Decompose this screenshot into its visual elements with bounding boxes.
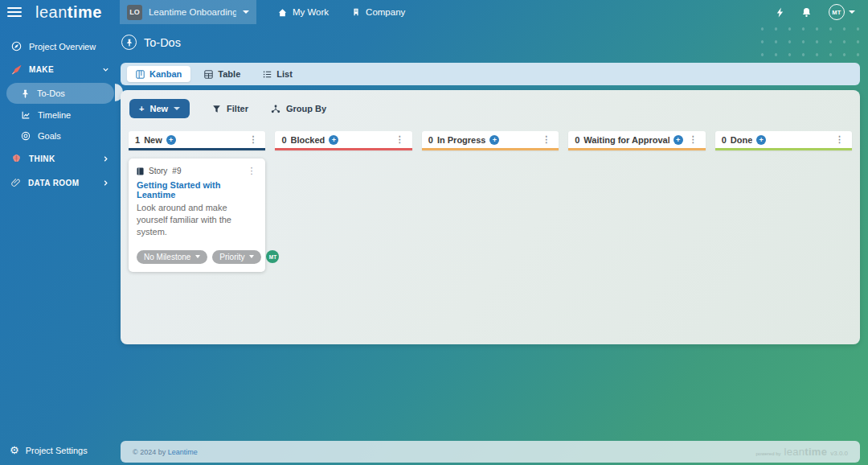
chevron-right-icon [102, 155, 109, 163]
sidebar-item-goals[interactable]: Goals [0, 126, 121, 146]
footer-brand: powered by leantime v3.0.0 [755, 446, 848, 458]
story-icon [137, 167, 144, 175]
dart-icon [11, 64, 22, 75]
sidebar-item-timeline[interactable]: Timeline [0, 105, 121, 126]
column-menu-icon[interactable]: ⋮ [833, 134, 845, 145]
powered-by-label: powered by [755, 451, 780, 456]
assignee-avatar[interactable]: MT [266, 250, 279, 263]
board-toolbar: + New Filter Group By [121, 90, 860, 126]
column-menu-icon[interactable]: ⋮ [540, 134, 552, 145]
list-icon [263, 70, 272, 79]
caret-down-icon [849, 10, 855, 14]
card-type: Story [149, 167, 167, 175]
company-link[interactable]: Company [342, 7, 415, 17]
paperclip-icon [11, 178, 21, 187]
timeline-chart-icon [21, 110, 31, 120]
kanban-column-done: 0 Done + ⋮ [715, 131, 852, 150]
column-label: Done [731, 135, 753, 145]
milestone-dropdown[interactable]: No Milestone [137, 250, 207, 264]
topbar-nav: My Work Company [268, 7, 415, 18]
project-badge: LO [127, 5, 142, 20]
column-header: 0 Done + ⋮ [715, 131, 852, 150]
filter-button[interactable]: Filter [212, 104, 248, 113]
page-title: To-Dos [144, 36, 181, 49]
company-icon [351, 7, 361, 17]
sidebar-section-make[interactable]: MAKE [0, 57, 121, 82]
sidebar-item-todos[interactable]: To-Dos [6, 83, 114, 104]
kanban-column-waiting-for-approval: 0 Waiting for Approval + ⋮ [568, 131, 705, 150]
plus-icon: + [139, 104, 144, 113]
filter-funnel-icon [212, 105, 221, 113]
column-header: 0 Blocked + ⋮ [275, 131, 411, 150]
column-menu-icon[interactable]: ⋮ [687, 134, 699, 145]
kanban-icon [136, 70, 145, 79]
thumbtack-circle-icon [121, 35, 137, 50]
caret-down-icon [195, 255, 200, 258]
priority-dropdown[interactable]: Priority [212, 250, 261, 264]
add-todo-icon[interactable]: + [756, 135, 766, 145]
menu-icon[interactable] [7, 5, 22, 19]
column-label: Waiting for Approval [583, 135, 669, 145]
column-menu-icon[interactable]: ⋮ [247, 134, 259, 145]
column-header: 0 Waiting for Approval + ⋮ [568, 131, 705, 150]
sidebar-section-data-room[interactable]: DATA ROOM [0, 171, 121, 195]
sidebar-item-project-overview[interactable]: Project Overview [0, 35, 121, 57]
quick-actions-icon[interactable] [776, 7, 784, 18]
add-todo-icon[interactable]: + [166, 135, 176, 145]
add-todo-icon[interactable]: + [489, 135, 499, 145]
column-label: Blocked [291, 135, 326, 145]
my-work-icon [277, 7, 288, 18]
column-header: 1 New + ⋮ [129, 131, 265, 150]
project-name: Leantime Onboarding [149, 7, 236, 17]
card-description: Look around and make yourself familiar w… [137, 202, 257, 238]
page-header: To-Dos [121, 24, 868, 50]
project-selector[interactable]: LO Leantime Onboarding [120, 0, 256, 24]
topbar: leantime LO Leantime Onboarding My Work … [0, 0, 868, 24]
card-menu-icon[interactable]: ⋮ [245, 166, 257, 176]
tab-list[interactable]: List [254, 66, 301, 82]
compass-icon [11, 41, 22, 51]
brain-icon [11, 154, 22, 163]
todo-card[interactable]: Story #9 ⋮ Getting Started with Leantime… [129, 158, 265, 272]
footer-leantime-logo: leantime [784, 446, 827, 458]
card-id: #9 [172, 167, 181, 175]
footer: © 2024 by Leantime powered by leantime v… [121, 441, 860, 463]
chevron-down-icon [102, 66, 109, 73]
user-avatar: MT [829, 4, 845, 20]
gear-icon: ⚙ [10, 445, 19, 455]
add-todo-icon[interactable]: + [329, 135, 338, 145]
copyright-text: © 2024 by Leantime [133, 448, 198, 456]
new-button[interactable]: + New [129, 99, 190, 118]
target-icon [21, 131, 31, 141]
group-by-button[interactable]: Group By [271, 104, 326, 113]
my-work-link[interactable]: My Work [268, 7, 338, 18]
leantime-footer-link[interactable]: Leantime [168, 448, 198, 456]
column-count: 0 [575, 135, 579, 145]
board-panel: + New Filter Group By 1 [121, 90, 860, 344]
leantime-app: leantime LO Leantime Onboarding My Work … [0, 0, 868, 465]
chevron-right-icon [102, 179, 109, 187]
column-label: New [144, 135, 162, 145]
tab-kanban[interactable]: Kanban [127, 66, 190, 82]
kanban-column-in-progress: 0 In Progress + ⋮ [422, 131, 559, 150]
user-menu[interactable]: MT [829, 4, 855, 20]
view-tabbar: Kanban Table List [121, 63, 860, 85]
group-by-icon [271, 105, 280, 113]
card-title-link[interactable]: Getting Started with Leantime [137, 180, 257, 200]
column-label: In Progress [437, 135, 486, 145]
caret-down-icon [249, 255, 254, 258]
add-todo-icon[interactable]: + [674, 135, 683, 145]
column-menu-icon[interactable]: ⋮ [394, 134, 406, 145]
kanban-board: 1 New + ⋮ Story #9 ⋮ Getting Started wit… [121, 126, 860, 272]
version-label: v3.0.0 [830, 450, 848, 457]
sidebar-item-project-settings[interactable]: ⚙ Project Settings [0, 438, 121, 465]
tab-table[interactable]: Table [195, 66, 249, 82]
kanban-column-blocked: 0 Blocked + ⋮ [275, 131, 411, 150]
notifications-bell-icon[interactable] [801, 7, 812, 18]
card-footer: No Milestone Priority MT [137, 250, 257, 264]
column-count: 0 [428, 135, 433, 145]
main-content: To-Dos Kanban Table List + New [121, 24, 868, 465]
sidebar-section-think[interactable]: THINK [0, 146, 121, 171]
leantime-logo[interactable]: leantime [35, 3, 102, 22]
column-header: 0 In Progress + ⋮ [422, 131, 559, 150]
